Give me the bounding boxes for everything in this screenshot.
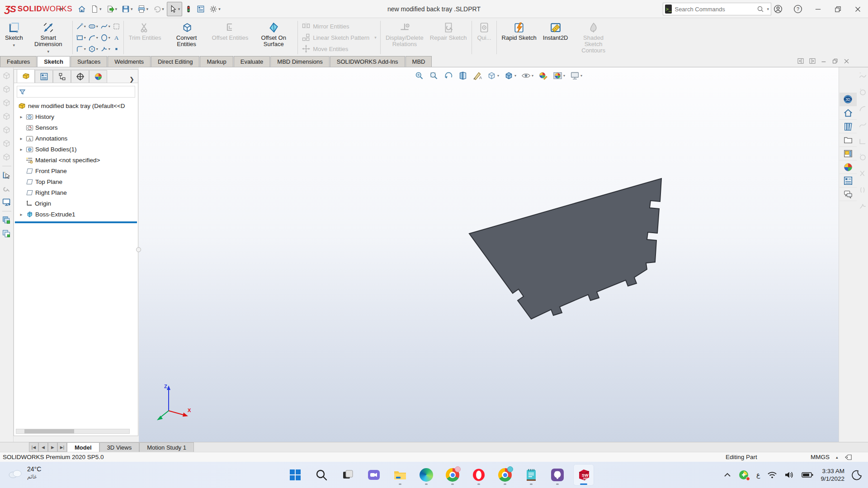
search-commands-box[interactable]: >_ ▾ xyxy=(663,3,771,15)
copy-appearance-icon[interactable] xyxy=(2,216,11,225)
taskbar-start[interactable] xyxy=(285,464,306,486)
sketch-button[interactable]: Sketch ▾ xyxy=(2,19,26,56)
tree-item-right-plane[interactable]: Right Plane xyxy=(14,187,138,198)
panel-tab-appearances[interactable] xyxy=(89,70,107,83)
view-tool-icon[interactable] xyxy=(2,112,11,121)
taskbar-task-view[interactable] xyxy=(337,464,358,486)
view-tool-icon[interactable] xyxy=(2,98,11,108)
view-tool-icon[interactable] xyxy=(2,125,11,135)
doc-minimize-button[interactable] xyxy=(821,58,827,65)
tab-markup[interactable]: Markup xyxy=(200,56,233,67)
options-button[interactable]: ▾ xyxy=(208,2,222,16)
tab-solidworks-add-ins[interactable]: SOLIDWORKS Add-Ins xyxy=(330,56,405,67)
tab-evaluate[interactable]: Evaluate xyxy=(234,56,270,67)
tree-item-annotations[interactable]: ▸ A Annotations xyxy=(14,133,138,144)
taskbar-weather-widget[interactable]: 24°C غائم xyxy=(7,465,41,481)
dropdown-caret-icon[interactable]: ▾ xyxy=(96,36,98,40)
tab-features[interactable]: Features xyxy=(0,56,37,67)
tab-direct-editing[interactable]: Direct Editing xyxy=(151,56,199,67)
doc-close-button[interactable] xyxy=(843,58,850,65)
search-icon[interactable] xyxy=(757,5,764,13)
tree-item-sensors[interactable]: Sensors xyxy=(14,122,138,133)
paste-appearance-icon[interactable] xyxy=(2,229,11,239)
instant2d-button[interactable]: Instant2D xyxy=(540,19,571,56)
tree-scrollbar-thumb[interactable] xyxy=(24,429,74,433)
offset-on-surface-button[interactable]: Offset On Surface xyxy=(251,19,296,56)
view-tool-icon[interactable] xyxy=(2,84,11,94)
dropdown-caret-icon[interactable]: ▾ xyxy=(108,47,110,51)
select-button[interactable]: ▾ xyxy=(167,2,183,16)
language-indicator[interactable]: ع xyxy=(756,471,760,479)
part-model[interactable] xyxy=(139,67,839,442)
expand-arrow-icon[interactable]: ▸ xyxy=(19,136,24,141)
line-tool[interactable]: ▾ xyxy=(75,22,86,31)
task-pane-view-palette[interactable] xyxy=(840,147,857,160)
open-button[interactable]: ▾ xyxy=(104,2,119,16)
tab-mbd-dimensions[interactable]: MBD Dimensions xyxy=(270,56,329,67)
taskbar-clock[interactable]: 3:33 AM 9/1/2022 xyxy=(821,467,844,483)
task-pane-list-button[interactable] xyxy=(195,2,207,16)
slot-tool[interactable]: ▾ xyxy=(88,22,99,31)
document-tab-3d-views[interactable]: 3D Views xyxy=(99,442,140,452)
battery-icon[interactable] xyxy=(802,472,813,478)
print-button[interactable]: ▾ xyxy=(136,2,151,16)
home-button[interactable] xyxy=(76,2,88,16)
taskbar-github[interactable] xyxy=(547,464,568,486)
expand-arrow-icon[interactable]: ▸ xyxy=(19,114,24,119)
dropdown-caret-icon[interactable]: ▾ xyxy=(162,7,164,11)
view-tool-icon[interactable] xyxy=(2,139,11,148)
tab-weldments[interactable]: Weldments xyxy=(108,56,151,67)
taskbar-notepad[interactable] xyxy=(521,464,542,486)
dropdown-caret-icon[interactable]: ▾ xyxy=(84,36,86,40)
rollback-bar[interactable] xyxy=(15,221,137,223)
arc-tool[interactable]: ▾ xyxy=(88,33,99,42)
taskbar-chrome-2[interactable] xyxy=(495,464,515,486)
tab-scroll-previous-button[interactable]: ◀ xyxy=(38,442,48,452)
tree-item-boss-extrude1[interactable]: ▸ Boss-Extrude1 xyxy=(14,209,138,220)
tree-filter-row[interactable] xyxy=(17,86,135,98)
document-tab-model[interactable]: Model xyxy=(67,442,99,452)
tab-sketch[interactable]: Sketch xyxy=(37,56,70,67)
dropdown-caret-icon[interactable]: ▾ xyxy=(99,7,102,11)
expand-arrow-icon[interactable]: ▸ xyxy=(19,147,24,152)
tab-scroll-first-button[interactable]: |◀ xyxy=(29,442,38,452)
panel-tab-dimxpert[interactable] xyxy=(71,70,89,83)
undo-button[interactable]: ▾ xyxy=(151,2,166,16)
tree-item-solid-bodies-1-[interactable]: ▸ Solid Bodies(1) xyxy=(14,144,138,155)
expand-arrow-icon[interactable]: ▸ xyxy=(19,212,24,217)
dropdown-caret-icon[interactable]: ▾ xyxy=(108,24,110,28)
taskbar-opera[interactable] xyxy=(468,464,489,486)
part-silhouette[interactable] xyxy=(469,178,661,319)
taskbar-chat[interactable] xyxy=(363,464,384,486)
new-document-button[interactable]: ▾ xyxy=(89,2,104,16)
task-pane-threedexperience[interactable]: 3D xyxy=(840,93,857,106)
task-pane-appearances-scenes[interactable] xyxy=(840,160,857,174)
task-pane-home-tab[interactable] xyxy=(840,106,857,120)
trim-box-tool[interactable] xyxy=(112,22,121,31)
tab-scroll-next-button[interactable]: ▶ xyxy=(48,442,57,452)
search-commands-input[interactable] xyxy=(675,6,754,13)
account-button[interactable] xyxy=(769,1,787,17)
task-pane-forum[interactable] xyxy=(840,188,857,201)
curve-tool[interactable]: ▾ xyxy=(100,45,111,53)
view-tool-icon[interactable] xyxy=(2,71,11,80)
save-button[interactable]: ▾ xyxy=(120,2,135,16)
panel-expand-chevron[interactable]: ❯ xyxy=(129,76,134,83)
spline-tool[interactable]: ▾ xyxy=(100,22,111,31)
task-pane-custom-properties[interactable] xyxy=(840,174,857,188)
dropdown-caret-icon[interactable]: ▾ xyxy=(96,47,98,51)
tag-icon[interactable] xyxy=(844,454,852,460)
tree-filter-input[interactable] xyxy=(28,89,133,95)
dropdown-caret-icon[interactable]: ▾ xyxy=(146,7,149,11)
fillet-tool[interactable]: ▾ xyxy=(75,45,86,53)
convert-entities-button[interactable]: Convert Entities xyxy=(165,19,209,56)
taskbar-edge[interactable] xyxy=(416,464,437,486)
panel-tab-part-tree[interactable] xyxy=(17,69,35,83)
document-tab-motion-study-1[interactable]: Motion Study 1 xyxy=(139,442,194,452)
status-light-button[interactable] xyxy=(183,2,194,16)
dropdown-caret-icon[interactable]: ▾ xyxy=(178,7,180,11)
panel-tab-configurations[interactable] xyxy=(53,70,71,83)
dropdown-caret-icon[interactable]: ▾ xyxy=(115,7,118,11)
polygon-tool[interactable]: ▾ xyxy=(88,45,99,53)
text-tool[interactable]: A xyxy=(112,33,121,42)
